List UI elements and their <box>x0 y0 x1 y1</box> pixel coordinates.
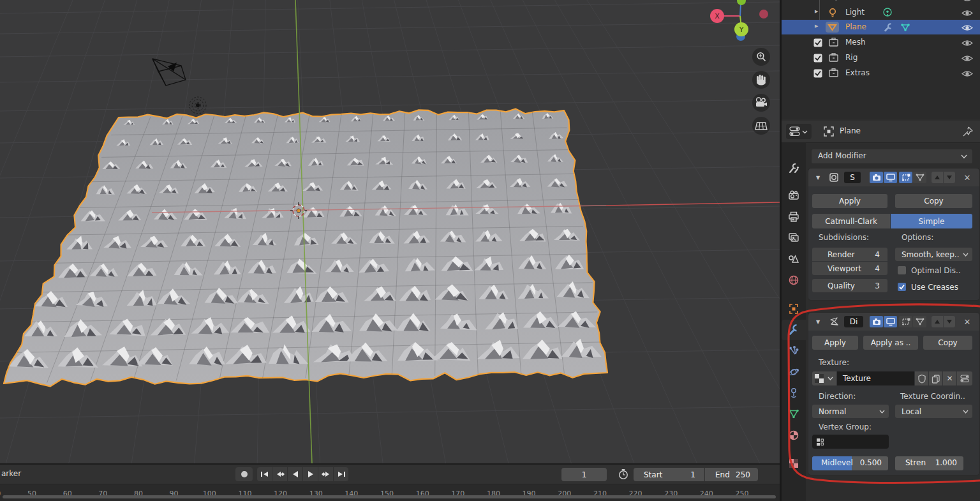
copy-button[interactable]: Copy <box>923 336 972 350</box>
move-down-button[interactable] <box>944 172 955 183</box>
zoom-button[interactable] <box>752 48 770 66</box>
camera-object[interactable] <box>152 59 186 86</box>
move-down-button[interactable] <box>944 316 955 327</box>
catmull-clark-button[interactable]: Catmull-Clark <box>812 214 890 228</box>
collapse-icon[interactable]: ▼ <box>816 175 820 181</box>
tab-particles[interactable] <box>782 341 806 361</box>
frame-end-field[interactable]: End 250 <box>705 468 758 481</box>
tab-physics[interactable] <box>782 362 806 382</box>
play-button[interactable] <box>303 467 318 481</box>
tab-render[interactable] <box>782 186 806 206</box>
eye-icon[interactable] <box>961 39 973 47</box>
jump-to-end-button[interactable] <box>334 467 348 481</box>
editor-type-button[interactable] <box>786 124 812 139</box>
collection-checkbox[interactable] <box>813 38 822 47</box>
displace-panel-header[interactable]: ▼ Di ✕ <box>808 313 979 331</box>
tab-object-data[interactable] <box>782 404 806 424</box>
tab-material[interactable] <box>782 425 806 445</box>
tab-view-layer[interactable] <box>782 228 806 248</box>
unlink-texture-button[interactable]: ✕ <box>943 371 956 385</box>
tab-modifiers-active[interactable] <box>782 320 806 340</box>
ortho-grid-button[interactable] <box>752 117 770 135</box>
collection-checkbox[interactable] <box>813 69 822 78</box>
use-creases-checkbox[interactable] <box>898 283 906 291</box>
timeline-scrollbar[interactable] <box>3 495 776 498</box>
light-data-icon[interactable] <box>882 8 893 18</box>
viewport-toggle[interactable] <box>884 172 897 183</box>
texture-browse-button[interactable] <box>812 371 836 385</box>
mesh-data-icon[interactable] <box>900 23 910 32</box>
timeline-ruler[interactable]: 4050607080901001101201301401501601701801… <box>0 484 780 499</box>
tab-tool[interactable] <box>782 158 806 179</box>
texture-coordinates-dropdown[interactable]: Local <box>895 405 972 418</box>
collapse-icon[interactable]: ▼ <box>816 319 820 325</box>
expand-icon[interactable]: ▶ <box>815 9 818 14</box>
eye-icon[interactable] <box>961 70 973 78</box>
render-subdivisions-field[interactable]: Render 4 <box>812 248 887 261</box>
editmode-toggle[interactable] <box>899 172 912 183</box>
subsurf-panel-header[interactable]: ▼ S ✕ <box>808 168 979 186</box>
midlevel-slider[interactable]: Midlevel 0.500 <box>812 456 888 470</box>
eye-icon[interactable] <box>961 9 973 17</box>
render-toggle[interactable] <box>870 172 883 183</box>
oncage-toggle[interactable] <box>913 316 926 327</box>
optimal-display-checkbox[interactable] <box>898 266 906 274</box>
uv-smooth-dropdown[interactable]: Smooth, keep.. <box>895 248 972 261</box>
show-texture-in-properties-button[interactable] <box>957 371 972 385</box>
next-keyframe-button[interactable] <box>318 467 333 481</box>
viewport-subdivisions-field[interactable]: Viewport 4 <box>812 262 887 275</box>
vertex-group-field[interactable] <box>812 435 889 449</box>
eye-icon[interactable] <box>961 24 973 32</box>
collection-checkbox[interactable] <box>813 54 822 63</box>
tab-object[interactable] <box>782 299 806 319</box>
pan-hand-button[interactable] <box>752 71 770 89</box>
outliner-row-mesh[interactable]: Mesh <box>782 35 980 50</box>
add-modifier-dropdown[interactable]: Add Modifier <box>811 149 973 164</box>
modifier-wrench-icon[interactable] <box>884 23 893 32</box>
frame-start-field[interactable]: Start 1 <box>634 468 704 481</box>
tab-world[interactable] <box>782 270 806 290</box>
delete-modifier-button[interactable]: ✕ <box>962 172 972 183</box>
oncage-toggle[interactable] <box>913 172 926 183</box>
record-button[interactable] <box>235 467 253 481</box>
expand-icon[interactable]: ▶ <box>815 24 818 29</box>
tab-texture[interactable] <box>782 453 806 474</box>
stopwatch-icon[interactable] <box>618 468 629 480</box>
current-frame-field[interactable]: 1 <box>561 468 607 481</box>
pin-icon[interactable] <box>962 126 974 137</box>
viewport-toggle[interactable] <box>884 316 897 327</box>
outliner-row-light[interactable]: ▶ Light <box>782 5 980 20</box>
modifier-name-field[interactable]: S <box>844 172 861 183</box>
apply-button[interactable]: Apply <box>812 336 858 350</box>
quality-field[interactable]: Quality 3 <box>812 279 887 292</box>
apply-button[interactable]: Apply <box>812 194 887 208</box>
tab-scene[interactable] <box>782 249 806 269</box>
simple-button[interactable]: Simple <box>891 214 972 228</box>
texture-name-field[interactable]: Texture <box>837 371 914 385</box>
camera-view-button[interactable] <box>752 94 770 112</box>
light-object[interactable] <box>189 97 206 114</box>
navigation-gizmo[interactable]: X Y <box>702 0 780 45</box>
delete-modifier-button[interactable]: ✕ <box>962 316 972 327</box>
jump-to-start-button[interactable] <box>257 467 272 481</box>
fake-user-shield-button[interactable] <box>915 371 928 385</box>
outliner-row-rig[interactable]: Rig <box>782 50 980 66</box>
eye-icon[interactable] <box>961 0 973 3</box>
marker-menu[interactable]: arker <box>1 469 21 478</box>
prev-keyframe-button[interactable] <box>272 467 287 481</box>
outliner-row-plane[interactable]: ▶ Plane <box>782 20 980 34</box>
duplicate-texture-button[interactable] <box>929 371 942 385</box>
timeline-editor[interactable]: arker 1 <box>0 463 780 501</box>
properties-editor[interactable]: Plane <box>782 119 980 501</box>
move-up-button[interactable] <box>932 316 943 327</box>
eye-icon[interactable] <box>961 54 973 63</box>
tab-output[interactable] <box>782 207 806 227</box>
move-up-button[interactable] <box>932 172 943 183</box>
strength-slider[interactable]: Stren 1.000 <box>895 456 963 470</box>
modifier-name-field[interactable]: Di <box>844 316 863 327</box>
direction-dropdown[interactable]: Normal <box>812 405 889 418</box>
outliner-editor[interactable]: ▶ Camera ▶ Light <box>782 0 980 119</box>
outliner-row-extras[interactable]: Extras <box>782 66 980 81</box>
gizmo-axis-ball[interactable] <box>737 0 746 5</box>
gizmo-axis-ball[interactable] <box>759 10 768 19</box>
